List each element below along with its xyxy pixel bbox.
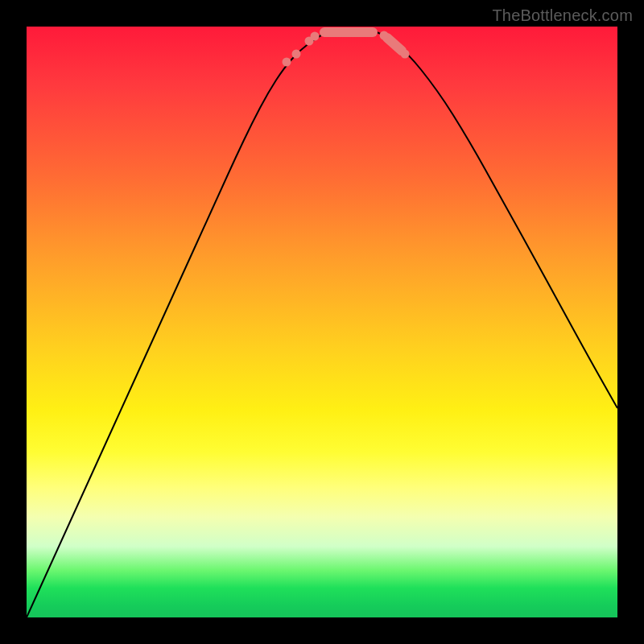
data-marker [283, 58, 291, 67]
marker-track [387, 38, 402, 51]
plot-area [27, 27, 617, 617]
data-marker [401, 50, 410, 59]
data-marker [380, 31, 389, 40]
data-marker [292, 50, 301, 59]
data-marker [311, 32, 320, 41]
plot-svg [27, 27, 617, 617]
attribution-text: TheBottleneck.com [492, 6, 633, 25]
bottleneck-curve [27, 28, 617, 617]
chart-frame: TheBottleneck.com [0, 0, 644, 644]
